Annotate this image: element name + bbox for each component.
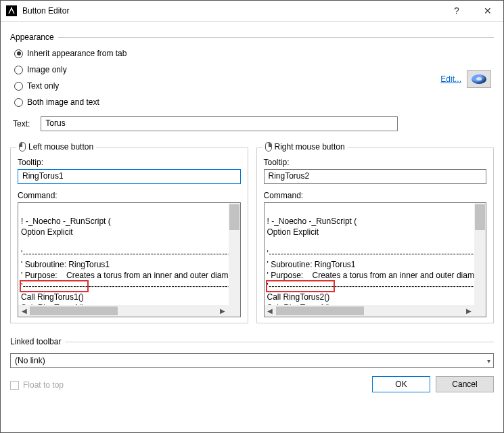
scrollbar-vertical[interactable]: [229, 203, 240, 305]
command-label: Command:: [264, 191, 487, 200]
titlebar: Button Editor ? ✕: [1, 1, 503, 22]
scroll-right-icon[interactable]: ▶: [463, 307, 474, 315]
select-value: (No link): [15, 356, 45, 365]
command-label: Command:: [18, 191, 241, 200]
panel-caption: Left mouse button: [28, 142, 93, 152]
scroll-corner: [474, 305, 486, 317]
radio-label: Image only: [27, 65, 67, 74]
radio-icon: [14, 82, 23, 91]
preview-icon-button[interactable]: [467, 70, 491, 88]
command-textarea-left[interactable]: ! -_Noecho -_RunScript ( Option Explicit…: [18, 202, 241, 317]
checkbox-icon: [10, 381, 19, 390]
text-label: Text:: [13, 119, 30, 129]
radio-label: Text only: [27, 81, 59, 91]
panel-caption: Right mouse button: [275, 142, 345, 152]
radio-text[interactable]: Text only: [14, 81, 494, 91]
scroll-left-icon[interactable]: ◀: [18, 307, 30, 315]
svg-point-0: [11, 7, 12, 9]
text-input[interactable]: Torus: [41, 116, 398, 131]
scrollbar-vertical[interactable]: [474, 203, 486, 305]
left-mouse-panel: Left mouse button Tooltip: RingTorus1 Co…: [10, 147, 248, 323]
scroll-right-icon[interactable]: ▶: [217, 307, 229, 315]
radio-both[interactable]: Both image and text: [14, 97, 494, 107]
tooltip-label: Tooltip:: [18, 158, 241, 167]
ok-button[interactable]: OK: [372, 376, 430, 392]
radio-label: Both image and text: [27, 97, 99, 107]
linked-heading: Linked toolbar: [10, 337, 494, 346]
command-textarea-right[interactable]: ! -_Noecho -_RunScript ( Option Explicit…: [264, 202, 487, 317]
radio-label: Inherit appearance from tab: [27, 49, 127, 58]
right-mouse-panel: Right mouse button Tooltip: RingTorus2 C…: [256, 147, 495, 323]
radio-inherit[interactable]: Inherit appearance from tab: [14, 49, 494, 58]
appearance-heading: Appearance: [10, 32, 494, 42]
radio-icon: [14, 49, 23, 58]
cancel-button[interactable]: Cancel: [436, 376, 494, 392]
command-content: ! -_Noecho -_RunScript ( Option Explicit…: [267, 205, 487, 317]
tooltip-label: Tooltip:: [264, 158, 487, 167]
mouse-right-icon: [265, 142, 272, 152]
torus-icon: [472, 74, 486, 84]
mouse-left-icon: [19, 142, 26, 152]
scroll-corner: [229, 305, 240, 317]
help-button[interactable]: ?: [441, 1, 472, 21]
tooltip-input-right[interactable]: RingTorus2: [264, 169, 487, 184]
radio-image[interactable]: Image only: [14, 65, 494, 74]
edit-link[interactable]: Edit...: [440, 74, 461, 84]
scrollbar-horizontal[interactable]: ◀ ▶: [265, 305, 475, 317]
chevron-down-icon: ▾: [487, 357, 490, 365]
checkbox-label: Float to top: [23, 380, 64, 390]
app-icon: [6, 5, 17, 16]
scrollbar-horizontal[interactable]: ◀ ▶: [18, 305, 229, 317]
linked-toolbar-select[interactable]: (No link) ▾: [10, 353, 494, 368]
radio-icon: [14, 98, 23, 107]
close-button[interactable]: ✕: [472, 1, 503, 21]
tooltip-input-left[interactable]: RingTorus1: [18, 169, 241, 184]
command-content: ! -_Noecho -_RunScript ( Option Explicit…: [21, 205, 241, 317]
window-title: Button Editor: [22, 6, 441, 16]
scroll-left-icon[interactable]: ◀: [265, 307, 276, 315]
radio-icon: [14, 66, 23, 74]
